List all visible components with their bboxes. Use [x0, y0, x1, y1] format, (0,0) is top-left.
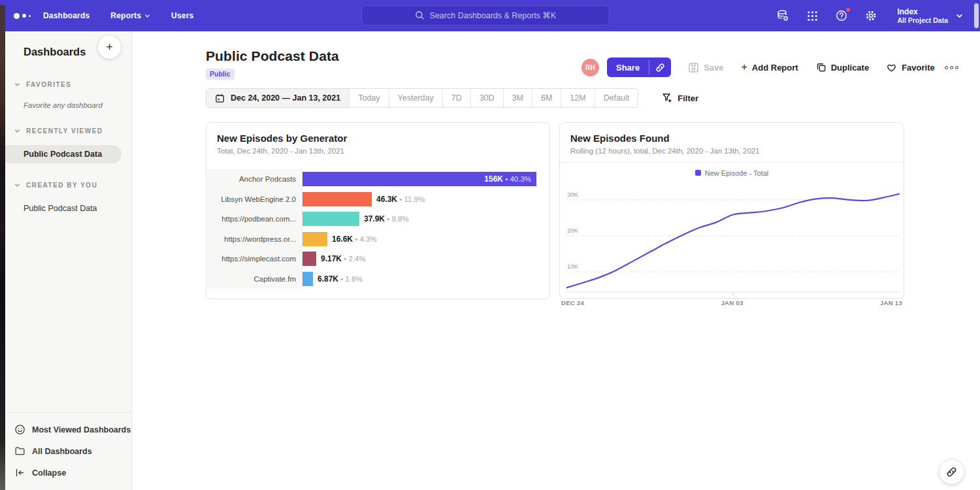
- date-preset-today[interactable]: Today: [349, 89, 388, 107]
- sidebar-section-header[interactable]: CREATED BY YOU: [5, 180, 131, 189]
- sidebar-footer-label: Most Viewed Dashboards: [32, 425, 131, 434]
- bar-value-label: 6.87K • 1.8%: [318, 274, 363, 284]
- line-chart-svg: 10K20K30K: [566, 183, 900, 295]
- bar-row: https://podbean.com...37.9K • 9.8%: [206, 209, 549, 229]
- vertical-scrollbar-thumb[interactable]: [974, 3, 979, 28]
- project-switcher-labels: Index All Project Data: [897, 7, 948, 25]
- notification-dot: [845, 7, 851, 12]
- date-preset-yesterday[interactable]: Yesterday: [389, 89, 442, 107]
- legend-label: New Episode - Total: [705, 169, 769, 177]
- filter-icon: [662, 93, 672, 103]
- sidebar-footer-most-viewed-dashboards[interactable]: Most Viewed Dashboards: [5, 419, 131, 440]
- bar-zone: 37.9K • 9.8%: [302, 209, 549, 229]
- date-preset-12m[interactable]: 12M: [561, 89, 594, 107]
- nav-item-reports[interactable]: Reports: [110, 11, 150, 21]
- sidebar-section-header[interactable]: RECENTLY VIEWED: [5, 126, 131, 135]
- date-preset-30d[interactable]: 30D: [470, 89, 503, 107]
- sidebar-footer: Most Viewed DashboardsAll DashboardsColl…: [5, 412, 131, 490]
- line-chart-header: New Episodes Found Rolling (12 hours), t…: [560, 123, 904, 163]
- sidebar-footer-all-dashboards[interactable]: All Dashboards: [5, 440, 131, 462]
- bar-chart-subtitle: Total, Dec 24th, 2020 - Jan 13th, 2021: [217, 147, 539, 155]
- sidebar-section-label: FAVORITES: [26, 81, 71, 88]
- date-preset-7d[interactable]: 7D: [442, 89, 470, 107]
- bar-value-label: 156K • 40.3%: [484, 174, 531, 184]
- date-preset-default[interactable]: Default: [595, 89, 638, 107]
- bar-zone: 6.87K • 1.8%: [302, 269, 549, 289]
- header-actions: RH Share Save + Add Report Duplicate Fav…: [581, 57, 958, 77]
- save-icon: [688, 62, 699, 73]
- share-button[interactable]: Share: [607, 57, 649, 77]
- x-axis-tick-label: DEC 24: [561, 299, 584, 306]
- bar-row: Captivate.fm6.87K • 1.8%: [206, 269, 549, 289]
- date-preset-3m[interactable]: 3M: [503, 89, 532, 107]
- line-chart-legend: New Episode - Total: [560, 164, 904, 182]
- app-logo[interactable]: [14, 0, 31, 31]
- settings-icon[interactable]: [864, 8, 878, 23]
- svg-text:20K: 20K: [567, 227, 579, 234]
- date-filter-toolbar: Dec 24, 2020 — Jan 13, 2021 TodayYesterd…: [206, 88, 698, 108]
- search-input[interactable]: Search Dashboards & Reports ⌘K: [361, 5, 610, 25]
- link-icon: [946, 466, 957, 478]
- sidebar-empty-hint: Favorite any dashboard: [24, 101, 131, 109]
- duplicate-button[interactable]: Duplicate: [816, 62, 870, 73]
- sidebar-section-header[interactable]: FAVORITES: [5, 80, 131, 89]
- floating-share-link-button[interactable]: [939, 460, 964, 484]
- favorite-label: Favorite: [902, 63, 935, 73]
- line-chart-subtitle: Rolling (12 hours), total, Dec 24th, 202…: [570, 147, 893, 155]
- date-range-label: Dec 24, 2020 — Jan 13, 2021: [231, 93, 340, 103]
- line-series: [566, 194, 900, 288]
- filter-button[interactable]: Filter: [662, 93, 698, 103]
- duplicate-label: Duplicate: [831, 63, 870, 73]
- help-icon[interactable]: [834, 8, 849, 23]
- bar-category-label: Captivate.fm: [206, 269, 302, 289]
- apps-grid-icon[interactable]: [805, 8, 819, 23]
- save-button[interactable]: Save: [688, 62, 723, 73]
- link-icon: [655, 63, 665, 73]
- nav-item-users[interactable]: Users: [171, 11, 193, 20]
- top-navbar: DashboardsReportsUsers Search Dashboards…: [0, 0, 980, 31]
- more-actions-button[interactable]: [945, 66, 958, 69]
- date-range-picker[interactable]: Dec 24, 2020 — Jan 13, 2021: [206, 89, 349, 107]
- search-placeholder: Search Dashboards & Reports ⌘K: [430, 10, 557, 20]
- project-switcher[interactable]: Index All Project Data: [897, 7, 963, 25]
- add-report-button[interactable]: + Add Report: [742, 62, 798, 73]
- bar-row: https://simplecast.com9.17K • 2.4%: [206, 249, 549, 269]
- sidebar-item-public-podcast-data[interactable]: Public Podcast Data: [5, 145, 122, 163]
- chevron-down-icon: [14, 182, 20, 188]
- bar: [302, 252, 316, 266]
- bar-zone: 156K • 40.3%: [302, 169, 549, 189]
- add-dashboard-button[interactable]: +: [98, 36, 121, 59]
- chevron-down-icon: [956, 12, 963, 20]
- visibility-badge: Public: [206, 69, 235, 80]
- copy-share-link-button[interactable]: [649, 57, 671, 77]
- duplicate-icon: [816, 62, 826, 73]
- date-preset-6m[interactable]: 6M: [532, 89, 561, 107]
- search-icon: [415, 10, 425, 20]
- data-sources-icon[interactable]: [776, 8, 790, 23]
- sidebar-item-public-podcast-data[interactable]: Public Podcast Data: [5, 199, 131, 218]
- project-scope: All Project Data: [897, 16, 948, 25]
- sidebar-sections: FAVORITESFavorite any dashboardRECENTLY …: [5, 80, 131, 218]
- nav-item-label: Dashboards: [43, 11, 90, 20]
- nav-item-dashboards[interactable]: Dashboards: [43, 11, 90, 20]
- bar-chart-card: New Episodes by Generator Total, Dec 24t…: [206, 122, 550, 299]
- chevron-down-icon: [14, 82, 20, 88]
- favorite-button[interactable]: Favorite: [886, 62, 935, 73]
- bar: [302, 272, 313, 286]
- primary-nav: DashboardsReportsUsers: [43, 0, 193, 31]
- x-axis-tick-label: JAN 03: [721, 299, 743, 306]
- sidebar-footer-collapse[interactable]: Collapse: [5, 462, 131, 483]
- date-range-segments: Dec 24, 2020 — Jan 13, 2021 TodayYesterd…: [206, 88, 638, 108]
- filter-label: Filter: [678, 93, 698, 103]
- sidebar-section: CREATED BY YOUPublic Podcast Data: [5, 180, 131, 218]
- plus-icon: +: [742, 62, 747, 73]
- sidebar-footer-label: All Dashboards: [32, 447, 92, 456]
- bar: [302, 232, 327, 246]
- x-axis-tick-label: JAN 13: [880, 299, 902, 306]
- bar-chart-rows: Anchor Podcasts156K • 40.3%Libsyn WebEng…: [206, 169, 549, 289]
- background-window-sliver: [0, 5, 5, 490]
- navbar-right-cluster: Index All Project Data: [776, 0, 963, 31]
- bar-zone: 16.6K • 4.3%: [302, 229, 549, 250]
- bar: [302, 192, 372, 206]
- sidebar-header: Dashboards +: [5, 31, 131, 63]
